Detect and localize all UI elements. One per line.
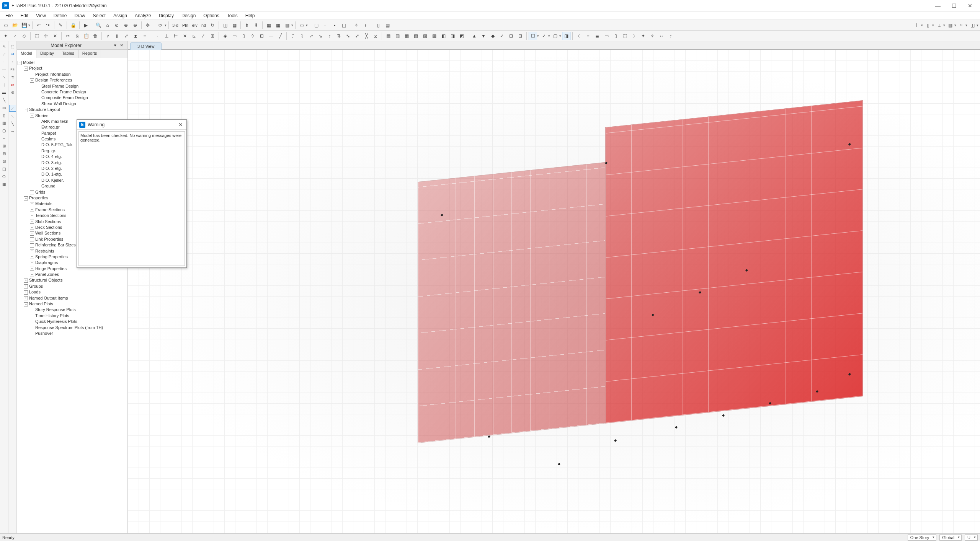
display6-icon[interactable]: ▩ [430, 32, 438, 40]
tree-toggle[interactable]: − [24, 67, 28, 71]
menu-draw[interactable]: Draw [71, 12, 89, 20]
tree-toggle[interactable]: + [30, 237, 34, 241]
maximize-button[interactable]: ☐ [946, 1, 962, 10]
vt-wall-icon[interactable]: ▯ [1, 112, 8, 119]
menu-define[interactable]: Define [50, 12, 71, 20]
last8-icon[interactable]: ✦ [639, 32, 647, 40]
view-tab-3d[interactable]: 3-D View [130, 42, 162, 50]
status-units-dropdown[interactable]: U [965, 534, 978, 541]
pan-icon[interactable]: ✥ [144, 21, 152, 29]
display4-icon[interactable]: ▧ [412, 32, 420, 40]
tree-story-item[interactable]: D.O. 2-etg. [41, 166, 62, 171]
tree-story-item[interactable]: Reg. gr. [41, 148, 56, 153]
tree-story-item[interactable]: D.O. 4-etg. [41, 154, 62, 159]
tree-groups[interactable]: Groups [29, 284, 43, 288]
area-icon[interactable]: ◇ [20, 32, 28, 40]
paste-icon[interactable]: 📋 [82, 32, 90, 40]
detailing-view-icon[interactable]: ◫ [968, 21, 977, 29]
assign5-icon[interactable]: ↕ [325, 32, 334, 40]
tree-story-item[interactable]: D.O. Kjeller. [41, 178, 64, 183]
tree-toggle[interactable]: + [24, 290, 28, 295]
explorer-tab-reports[interactable]: Reports [78, 50, 101, 58]
assign6-icon[interactable]: ⇅ [335, 32, 343, 40]
tree-toggle[interactable]: + [30, 231, 34, 236]
tools2-icon[interactable]: ✓ [540, 32, 548, 40]
vt-poly-icon[interactable]: ⬠ [1, 173, 8, 180]
menu-analyze[interactable]: Analyze [131, 12, 155, 20]
run-analysis-icon[interactable]: ▶ [82, 21, 90, 29]
slab-icon[interactable]: ▭ [230, 32, 238, 40]
view-3d-label[interactable]: 3-d [171, 23, 180, 28]
tree-toggle[interactable]: − [24, 302, 28, 306]
vt2-b-icon[interactable]: ▫ [9, 58, 16, 65]
vt2-h-icon[interactable]: ⊸ [9, 128, 16, 135]
wall-icon[interactable]: ▯ [239, 32, 248, 40]
column-icon[interactable]: ⊡ [258, 32, 266, 40]
display9-icon[interactable]: ◩ [457, 32, 466, 40]
joint-icon[interactable]: ✦ [2, 32, 10, 40]
text-tool-icon[interactable]: I [913, 21, 921, 29]
tools4-icon[interactable]: ◨ [562, 32, 570, 40]
tools1-icon[interactable]: ☐ [529, 32, 537, 40]
view1-icon[interactable]: ▢ [312, 21, 320, 29]
last9-icon[interactable]: ✧ [648, 32, 657, 40]
assign8-icon[interactable]: ⤢ [353, 32, 361, 40]
set-limits-icon[interactable]: ▦ [274, 21, 282, 29]
snap-mid-icon[interactable]: ⊥ [162, 32, 171, 40]
tree-prop-item[interactable]: Link Properties [35, 237, 63, 241]
zoom-out-icon[interactable]: ⊖ [131, 21, 139, 29]
tree-steel-frame[interactable]: Steel Frame Design [41, 84, 78, 88]
tree-prop-item[interactable]: Tendon Sections [35, 213, 66, 218]
tree-toggle[interactable]: + [30, 190, 34, 194]
vt-ref-icon[interactable]: ⊞ [1, 142, 8, 149]
snap-point-icon[interactable]: · [153, 32, 162, 40]
vt2-ps-icon[interactable]: PS [9, 66, 16, 73]
tree-toggle[interactable]: − [18, 61, 22, 65]
tree-toggle[interactable]: + [30, 255, 34, 259]
last4-icon[interactable]: ▭ [602, 32, 611, 40]
vt2-all-icon[interactable]: all [9, 51, 16, 57]
vt-grid-icon[interactable]: ⊟ [1, 150, 8, 157]
tree-toggle[interactable]: + [24, 279, 28, 283]
vt-quick-col-icon[interactable]: ⟊ [1, 81, 8, 88]
last5-icon[interactable]: ▯ [611, 32, 620, 40]
vt-brace-icon[interactable]: ╲ [1, 96, 8, 103]
tree-project-info[interactable]: Project Information [35, 72, 70, 77]
vt2-e-icon[interactable]: ⟋ [9, 105, 16, 112]
view-node-label[interactable]: nd [200, 23, 207, 28]
assign10-icon[interactable]: ⧖ [371, 32, 380, 40]
view3-icon[interactable]: ▪ [330, 21, 339, 29]
tree-model[interactable]: Model [23, 60, 34, 65]
vt-dim-icon[interactable]: ↔ [1, 135, 8, 142]
results-view-icon[interactable]: ▥ [946, 21, 954, 29]
vt-section-icon[interactable]: ⊡ [1, 158, 8, 165]
rotate-icon[interactable]: ⟳ [156, 21, 165, 29]
vt-draw-joint-icon[interactable]: · [1, 58, 8, 65]
lock-icon[interactable]: 🔒 [69, 21, 77, 29]
beam-icon[interactable]: — [267, 32, 275, 40]
design1-icon[interactable]: ▲ [470, 32, 479, 40]
snap-line-icon[interactable]: ∕ [199, 32, 207, 40]
move-down-icon[interactable]: ⬇ [252, 21, 260, 29]
copy-icon[interactable]: ⎘ [73, 32, 81, 40]
tree-toggle[interactable]: + [30, 261, 34, 265]
select-icon[interactable]: ⬚ [33, 32, 41, 40]
perspective-icon[interactable]: ◫ [221, 21, 229, 29]
vt2-a-icon[interactable]: ⬚ [9, 43, 16, 50]
tree-properties[interactable]: Properties [29, 196, 48, 200]
align-icon[interactable]: ≡ [140, 32, 149, 40]
menu-help[interactable]: Help [242, 12, 259, 20]
object-view-icon[interactable]: ▯ [924, 21, 932, 29]
last6-icon[interactable]: ⬚ [621, 32, 629, 40]
menu-display[interactable]: Display [155, 12, 178, 20]
tree-toggle[interactable]: − [24, 196, 28, 200]
tree-structural-objects[interactable]: Structural Objects [29, 278, 62, 282]
assign3-icon[interactable]: ↗ [307, 32, 315, 40]
vt-wall-stack-icon[interactable]: ▥ [1, 119, 8, 126]
frame-icon[interactable]: ⟋ [11, 32, 19, 40]
tree-shear-wall[interactable]: Shear Wall Design [41, 101, 76, 106]
menu-tools[interactable]: Tools [223, 12, 242, 20]
tree-named-output[interactable]: Named Output Items [29, 296, 68, 300]
vt-reshape-icon[interactable]: ⟋ [1, 51, 8, 57]
clear-select-icon[interactable]: ✕ [51, 32, 59, 40]
